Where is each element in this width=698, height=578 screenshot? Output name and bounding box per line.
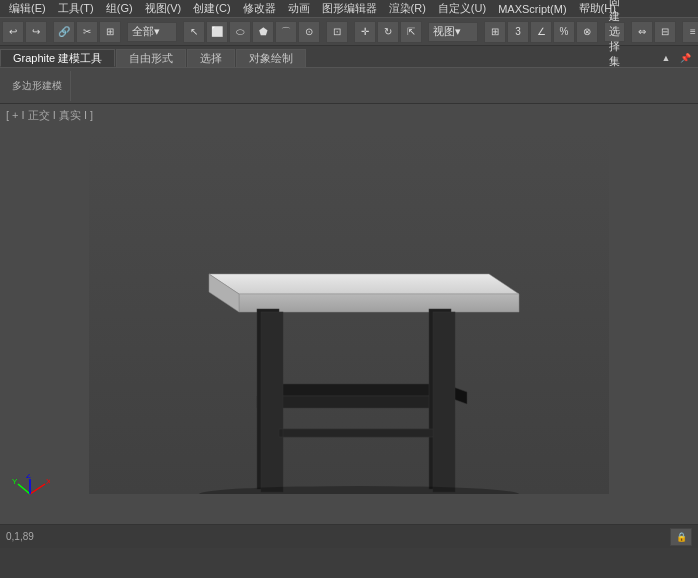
select-region-paint[interactable]: ⊙ bbox=[298, 21, 320, 43]
menu-group[interactable]: 组(G) bbox=[101, 0, 138, 17]
menu-edit[interactable]: 编辑(E) bbox=[4, 0, 51, 17]
svg-line-15 bbox=[30, 484, 45, 494]
menu-graph-editor[interactable]: 图形编辑器 bbox=[317, 0, 382, 17]
axis-gizmo: X Y Z bbox=[10, 474, 50, 514]
svg-text:X: X bbox=[46, 477, 50, 486]
select-region-fence[interactable]: ⬟ bbox=[252, 21, 274, 43]
menu-modifier[interactable]: 修改器 bbox=[238, 0, 281, 17]
svg-rect-0 bbox=[89, 134, 609, 494]
svg-rect-13 bbox=[283, 429, 433, 437]
select-object-button[interactable]: ↖ bbox=[183, 21, 205, 43]
select-filter-dropdown[interactable]: 全部▾ bbox=[127, 22, 177, 42]
3d-scene bbox=[0, 104, 698, 524]
svg-rect-10 bbox=[261, 312, 283, 492]
svg-line-17 bbox=[18, 484, 30, 494]
move-button[interactable]: ✛ bbox=[354, 21, 376, 43]
snap-spinner[interactable]: ⊗ bbox=[576, 21, 598, 43]
named-selection-input[interactable]: 固建选择集 bbox=[604, 22, 625, 42]
status-lock[interactable]: 🔒 bbox=[670, 528, 692, 546]
rotate-button[interactable]: ↻ bbox=[377, 21, 399, 43]
menu-view[interactable]: 视图(V) bbox=[140, 0, 187, 17]
ribbon-tab-graphite[interactable]: Graphite 建模工具 bbox=[0, 49, 115, 67]
bind-space-warp[interactable]: ⊞ bbox=[99, 21, 121, 43]
select-link-button[interactable]: 🔗 bbox=[53, 21, 75, 43]
viewport[interactable]: [ + I 正交 I 真实 I ] bbox=[0, 104, 698, 524]
ribbon-tab-paint[interactable]: 对象绘制 bbox=[236, 49, 306, 67]
undo-button[interactable]: ↩ bbox=[2, 21, 24, 43]
svg-marker-2 bbox=[239, 294, 519, 312]
status-bar: 0,1,89 🔒 bbox=[0, 524, 698, 548]
svg-marker-1 bbox=[209, 274, 519, 294]
menu-render[interactable]: 渲染(R) bbox=[384, 0, 431, 17]
menu-custom[interactable]: 自定义(U) bbox=[433, 0, 491, 17]
snap-percent[interactable]: % bbox=[553, 21, 575, 43]
select-region-rect[interactable]: ⬜ bbox=[206, 21, 228, 43]
ribbon-tab-freeform[interactable]: 自由形式 bbox=[116, 49, 186, 67]
svg-marker-5 bbox=[257, 396, 447, 408]
mirror-button[interactable]: ⇔ bbox=[631, 21, 653, 43]
coordinate-display: 0,1,89 bbox=[6, 531, 34, 542]
ribbon-content: 多边形建模 bbox=[0, 68, 698, 104]
select-region-lasso[interactable]: ⌒ bbox=[275, 21, 297, 43]
view-dropdown[interactable]: 视图▾ bbox=[428, 22, 478, 42]
ribbon-tab-right-controls: ▲ 📌 bbox=[657, 49, 698, 67]
select-region-circle[interactable]: ⬭ bbox=[229, 21, 251, 43]
polygon-modeling-label: 多边形建模 bbox=[8, 79, 66, 93]
svg-text:Y: Y bbox=[12, 477, 18, 486]
svg-rect-11 bbox=[433, 312, 455, 492]
polygon-modeling-group: 多边形建模 bbox=[4, 71, 71, 101]
snap-angle[interactable]: ∠ bbox=[530, 21, 552, 43]
menu-bar: 编辑(E) 工具(T) 组(G) 视图(V) 创建(C) 修改器 动画 图形编辑… bbox=[0, 0, 698, 18]
menu-animation[interactable]: 动画 bbox=[283, 0, 315, 17]
window-crossing[interactable]: ⊡ bbox=[326, 21, 348, 43]
ribbon-tabs: Graphite 建模工具 自由形式 选择 对象绘制 ▲ 📌 bbox=[0, 46, 698, 68]
ribbon-pin[interactable]: 📌 bbox=[676, 49, 694, 67]
redo-button[interactable]: ↪ bbox=[25, 21, 47, 43]
menu-maxscript[interactable]: MAXScript(M) bbox=[493, 2, 571, 16]
svg-rect-4 bbox=[259, 384, 449, 396]
ribbon-chevron-up[interactable]: ▲ bbox=[657, 49, 675, 67]
snap-3[interactable]: 3 bbox=[507, 21, 529, 43]
snap-2d[interactable]: ⊞ bbox=[484, 21, 506, 43]
align-button[interactable]: ⊟ bbox=[654, 21, 676, 43]
menu-create[interactable]: 创建(C) bbox=[188, 0, 235, 17]
ribbon-tab-select[interactable]: 选择 bbox=[187, 49, 235, 67]
table-svg bbox=[89, 134, 609, 494]
svg-text:Z: Z bbox=[26, 474, 31, 480]
unlink-button[interactable]: ✂ bbox=[76, 21, 98, 43]
scale-button[interactable]: ⇱ bbox=[400, 21, 422, 43]
layer-manager[interactable]: ≡ bbox=[682, 21, 698, 43]
menu-tools[interactable]: 工具(T) bbox=[53, 0, 99, 17]
main-toolbar: ↩ ↪ 🔗 ✂ ⊞ 全部▾ ↖ ⬜ ⬭ ⬟ ⌒ ⊙ ⊡ ✛ ↻ ⇱ 视图▾ ⊞ … bbox=[0, 18, 698, 46]
